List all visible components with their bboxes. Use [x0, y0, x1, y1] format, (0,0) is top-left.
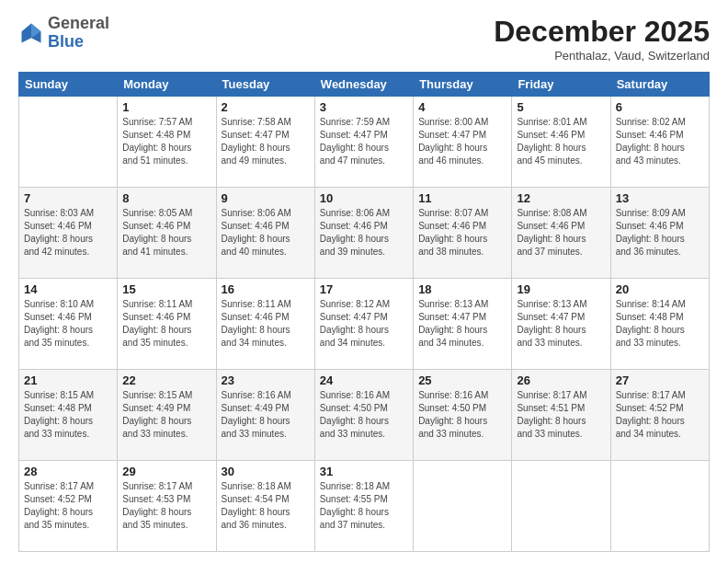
col-tuesday: Tuesday: [216, 73, 314, 97]
calendar-week-row: 1Sunrise: 7:57 AM Sunset: 4:48 PM Daylig…: [19, 97, 710, 188]
day-number: 3: [320, 100, 408, 114]
calendar-week-row: 28Sunrise: 8:17 AM Sunset: 4:52 PM Dayli…: [19, 461, 710, 552]
day-info: Sunrise: 8:11 AM Sunset: 4:46 PM Dayligh…: [222, 298, 310, 350]
day-info: Sunrise: 8:13 AM Sunset: 4:47 PM Dayligh…: [418, 298, 506, 350]
table-row: 9Sunrise: 8:06 AM Sunset: 4:46 PM Daylig…: [216, 188, 314, 279]
table-row: 4Sunrise: 8:00 AM Sunset: 4:47 PM Daylig…: [414, 97, 512, 188]
calendar-week-row: 7Sunrise: 8:03 AM Sunset: 4:46 PM Daylig…: [19, 188, 710, 279]
table-row: [19, 97, 118, 188]
table-row: 16Sunrise: 8:11 AM Sunset: 4:46 PM Dayli…: [216, 279, 314, 370]
day-number: 18: [418, 282, 506, 296]
day-info: Sunrise: 8:18 AM Sunset: 4:55 PM Dayligh…: [320, 480, 408, 532]
table-row: 7Sunrise: 8:03 AM Sunset: 4:46 PM Daylig…: [19, 188, 118, 279]
table-row: 11Sunrise: 8:07 AM Sunset: 4:46 PM Dayli…: [414, 188, 512, 279]
table-row: 25Sunrise: 8:16 AM Sunset: 4:50 PM Dayli…: [414, 370, 512, 461]
day-number: 25: [418, 373, 506, 387]
logo-icon: [18, 20, 44, 46]
day-number: 24: [320, 373, 408, 387]
day-number: 6: [616, 100, 704, 114]
day-info: Sunrise: 8:17 AM Sunset: 4:52 PM Dayligh…: [616, 389, 704, 441]
table-row: 17Sunrise: 8:12 AM Sunset: 4:47 PM Dayli…: [314, 279, 413, 370]
day-number: 19: [517, 282, 605, 296]
day-number: 27: [616, 373, 704, 387]
day-info: Sunrise: 8:15 AM Sunset: 4:48 PM Dayligh…: [24, 389, 112, 441]
table-row: 10Sunrise: 8:06 AM Sunset: 4:46 PM Dayli…: [314, 188, 413, 279]
day-info: Sunrise: 8:06 AM Sunset: 4:46 PM Dayligh…: [222, 207, 310, 259]
day-number: 23: [222, 373, 310, 387]
day-number: 28: [24, 465, 112, 478]
day-number: 8: [122, 191, 210, 205]
table-row: 26Sunrise: 8:17 AM Sunset: 4:51 PM Dayli…: [512, 370, 610, 461]
day-info: Sunrise: 8:09 AM Sunset: 4:46 PM Dayligh…: [616, 207, 704, 259]
table-row: [414, 461, 512, 552]
day-info: Sunrise: 7:57 AM Sunset: 4:48 PM Dayligh…: [122, 116, 210, 167]
day-info: Sunrise: 8:12 AM Sunset: 4:47 PM Dayligh…: [320, 298, 408, 350]
logo-general-text: General: [48, 14, 109, 32]
table-row: 30Sunrise: 8:18 AM Sunset: 4:54 PM Dayli…: [216, 461, 314, 552]
weekday-row: Sunday Monday Tuesday Wednesday Thursday…: [19, 73, 710, 97]
table-row: 19Sunrise: 8:13 AM Sunset: 4:47 PM Dayli…: [512, 279, 610, 370]
col-wednesday: Wednesday: [314, 73, 413, 97]
table-row: 21Sunrise: 8:15 AM Sunset: 4:48 PM Dayli…: [19, 370, 118, 461]
table-row: 2Sunrise: 7:58 AM Sunset: 4:47 PM Daylig…: [216, 97, 314, 188]
calendar-header: Sunday Monday Tuesday Wednesday Thursday…: [19, 73, 710, 97]
page: General Blue December 2025 Penthalaz, Va…: [0, 0, 728, 563]
day-info: Sunrise: 8:14 AM Sunset: 4:48 PM Dayligh…: [616, 298, 704, 350]
day-info: Sunrise: 8:17 AM Sunset: 4:52 PM Dayligh…: [24, 480, 112, 532]
table-row: 5Sunrise: 8:01 AM Sunset: 4:46 PM Daylig…: [512, 97, 610, 188]
day-info: Sunrise: 8:10 AM Sunset: 4:46 PM Dayligh…: [24, 298, 112, 350]
col-saturday: Saturday: [610, 73, 709, 97]
day-number: 12: [517, 191, 605, 205]
day-info: Sunrise: 8:15 AM Sunset: 4:49 PM Dayligh…: [122, 389, 210, 441]
table-row: 27Sunrise: 8:17 AM Sunset: 4:52 PM Dayli…: [610, 370, 709, 461]
day-info: Sunrise: 8:01 AM Sunset: 4:46 PM Dayligh…: [517, 116, 605, 167]
day-info: Sunrise: 8:05 AM Sunset: 4:46 PM Dayligh…: [122, 207, 210, 259]
day-number: 11: [418, 191, 506, 205]
day-number: 5: [517, 100, 605, 114]
day-info: Sunrise: 7:59 AM Sunset: 4:47 PM Dayligh…: [320, 116, 408, 167]
day-info: Sunrise: 8:11 AM Sunset: 4:46 PM Dayligh…: [122, 298, 210, 350]
day-number: 30: [222, 465, 310, 478]
calendar-week-row: 21Sunrise: 8:15 AM Sunset: 4:48 PM Dayli…: [19, 370, 710, 461]
calendar-body: 1Sunrise: 7:57 AM Sunset: 4:48 PM Daylig…: [19, 97, 710, 552]
day-info: Sunrise: 8:18 AM Sunset: 4:54 PM Dayligh…: [222, 480, 310, 532]
title-block: December 2025 Penthalaz, Vaud, Switzerla…: [494, 15, 710, 63]
day-number: 17: [320, 282, 408, 296]
table-row: 31Sunrise: 8:18 AM Sunset: 4:55 PM Dayli…: [314, 461, 413, 552]
col-sunday: Sunday: [19, 73, 118, 97]
table-row: 6Sunrise: 8:02 AM Sunset: 4:46 PM Daylig…: [610, 97, 709, 188]
day-info: Sunrise: 8:17 AM Sunset: 4:53 PM Dayligh…: [122, 480, 210, 532]
table-row: [512, 461, 610, 552]
day-info: Sunrise: 8:06 AM Sunset: 4:46 PM Dayligh…: [320, 207, 408, 259]
day-info: Sunrise: 8:07 AM Sunset: 4:46 PM Dayligh…: [418, 207, 506, 259]
day-info: Sunrise: 8:02 AM Sunset: 4:46 PM Dayligh…: [616, 116, 704, 167]
month-title: December 2025: [494, 15, 710, 49]
logo-text: General Blue: [48, 15, 109, 52]
day-number: 20: [616, 282, 704, 296]
day-number: 13: [616, 191, 704, 205]
logo-blue-text: Blue: [48, 32, 84, 51]
day-number: 15: [122, 282, 210, 296]
logo: General Blue: [18, 15, 109, 52]
table-row: 12Sunrise: 8:08 AM Sunset: 4:46 PM Dayli…: [512, 188, 610, 279]
table-row: 22Sunrise: 8:15 AM Sunset: 4:49 PM Dayli…: [118, 370, 216, 461]
table-row: 24Sunrise: 8:16 AM Sunset: 4:50 PM Dayli…: [314, 370, 413, 461]
day-info: Sunrise: 8:03 AM Sunset: 4:46 PM Dayligh…: [24, 207, 112, 259]
table-row: 15Sunrise: 8:11 AM Sunset: 4:46 PM Dayli…: [118, 279, 216, 370]
day-info: Sunrise: 8:17 AM Sunset: 4:51 PM Dayligh…: [517, 389, 605, 441]
table-row: 8Sunrise: 8:05 AM Sunset: 4:46 PM Daylig…: [118, 188, 216, 279]
col-friday: Friday: [512, 73, 610, 97]
table-row: 13Sunrise: 8:09 AM Sunset: 4:46 PM Dayli…: [610, 188, 709, 279]
day-info: Sunrise: 8:16 AM Sunset: 4:49 PM Dayligh…: [222, 389, 310, 441]
day-number: 2: [222, 100, 310, 114]
day-info: Sunrise: 8:08 AM Sunset: 4:46 PM Dayligh…: [517, 207, 605, 259]
day-number: 31: [320, 465, 408, 478]
table-row: 14Sunrise: 8:10 AM Sunset: 4:46 PM Dayli…: [19, 279, 118, 370]
day-number: 1: [122, 100, 210, 114]
header: General Blue December 2025 Penthalaz, Va…: [18, 15, 710, 63]
calendar-week-row: 14Sunrise: 8:10 AM Sunset: 4:46 PM Dayli…: [19, 279, 710, 370]
col-thursday: Thursday: [414, 73, 512, 97]
calendar-table: Sunday Monday Tuesday Wednesday Thursday…: [18, 72, 710, 552]
table-row: 3Sunrise: 7:59 AM Sunset: 4:47 PM Daylig…: [314, 97, 413, 188]
day-info: Sunrise: 8:16 AM Sunset: 4:50 PM Dayligh…: [418, 389, 506, 441]
